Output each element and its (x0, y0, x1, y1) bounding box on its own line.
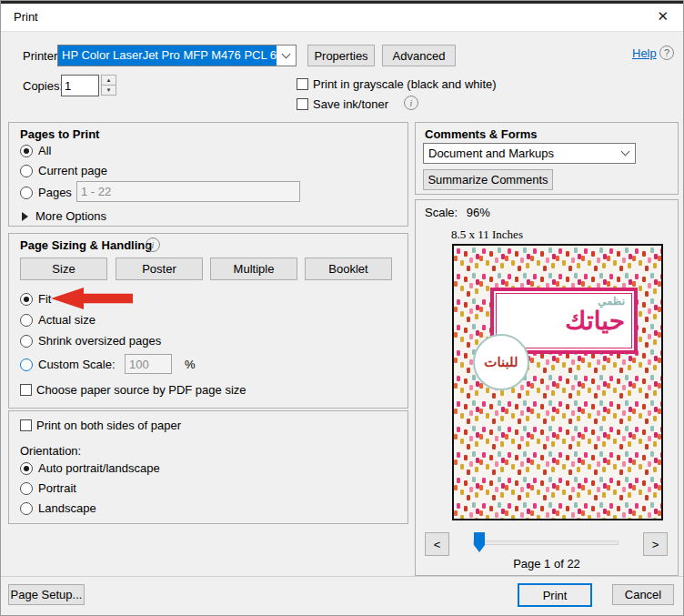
radio-fit-row[interactable]: Fit (20, 292, 51, 306)
scale-value: 96% (467, 206, 490, 219)
radio-custom-scale[interactable] (20, 358, 33, 371)
paper-source-checkbox[interactable] (20, 384, 32, 396)
radio-all-row[interactable]: All (20, 144, 51, 157)
comments-forms-dropdown[interactable]: Document and Markups (423, 143, 636, 164)
radio-pages-label: Pages (38, 186, 72, 199)
print-button[interactable]: Print (518, 583, 592, 607)
chevron-down-icon (277, 45, 296, 66)
radio-auto-orientation[interactable] (20, 462, 33, 475)
page-sizing-info-icon[interactable]: i (146, 237, 160, 252)
radio-landscape[interactable] (20, 502, 33, 515)
preview-page-thumbnail: نظمي حياتك للبنات (452, 244, 663, 520)
grayscale-checkbox-row[interactable]: Print in grayscale (black and white) (297, 77, 497, 91)
printer-dropdown-value: HP Color LaserJet Pro MFP M476 PCL 6 (58, 45, 277, 66)
radio-fit-label: Fit (38, 292, 51, 306)
properties-button[interactable]: Properties (307, 45, 375, 66)
radio-pages-row[interactable]: Pages (20, 186, 72, 199)
page-sizing-title: Page Sizing & Handling (20, 238, 152, 252)
radio-current-page[interactable] (20, 165, 33, 177)
page-slider-thumb[interactable] (474, 532, 485, 552)
custom-scale-input[interactable] (125, 354, 172, 374)
booklet-button[interactable]: Booklet (305, 258, 392, 280)
radio-fit[interactable] (20, 293, 33, 306)
more-options-row[interactable]: More Options (22, 209, 106, 223)
radio-all[interactable] (20, 145, 33, 157)
footer-divider (1, 576, 683, 577)
page-slider-track[interactable] (473, 540, 619, 545)
comments-forms-group: Comments & Forms Document and Markups Su… (415, 122, 679, 195)
summarize-comments-button[interactable]: Summarize Comments (423, 169, 553, 190)
copies-stepper: ▲ ▼ (101, 75, 116, 96)
both-sides-checkbox-row[interactable]: Print on both sides of paper (20, 419, 181, 432)
radio-custom-scale-label: Custom Scale: (38, 358, 116, 371)
multiple-button[interactable]: Multiple (210, 258, 297, 280)
poster-button[interactable]: Poster (116, 258, 203, 280)
copies-decrement-button[interactable]: ▼ (101, 85, 116, 96)
radio-actual-size-label: Actual size (38, 313, 96, 327)
radio-pages[interactable] (20, 187, 33, 199)
copies-input[interactable] (61, 75, 99, 96)
radio-all-label: All (38, 144, 51, 157)
radio-current-page-label: Current page (38, 164, 107, 177)
copies-label: Copies: (23, 79, 63, 93)
chevron-down-icon (616, 152, 635, 155)
percent-label: % (185, 358, 196, 371)
comments-forms-title: Comments & Forms (425, 127, 538, 141)
next-page-button[interactable]: > (643, 532, 668, 556)
preview-art-top-word: نظمي (503, 295, 625, 308)
radio-auto-orientation-row[interactable]: Auto portrait/landscape (20, 461, 160, 475)
preview-art-main-word: حياتك (503, 308, 625, 335)
radio-current-page-row[interactable]: Current page (20, 164, 107, 177)
preview-panel: Scale: 96% 8.5 x 11 Inches نظمي حياتك لل… (415, 199, 679, 576)
preview-art-circle: للبنات (473, 334, 529, 390)
paper-size-label: 8.5 x 11 Inches (451, 227, 523, 242)
page-indicator: Page 1 of 22 (416, 557, 678, 571)
previous-page-button[interactable]: < (425, 532, 449, 556)
radio-shrink[interactable] (20, 335, 33, 348)
radio-actual-size-row[interactable]: Actual size (20, 313, 96, 327)
grayscale-checkbox[interactable] (297, 78, 308, 90)
dialog-title: Print (14, 10, 38, 24)
close-icon[interactable]: ✕ (657, 8, 669, 25)
save-ink-checkbox-label: Save ink/toner (313, 97, 388, 111)
pages-to-print-group: Pages to Print All Current page Pages Mo… (8, 122, 408, 227)
size-button[interactable]: Size (20, 258, 107, 280)
advanced-button[interactable]: Advanced (382, 45, 456, 66)
radio-landscape-label: Landscape (38, 501, 96, 515)
print-dialog: Print ✕ Printer: HP Color LaserJet Pro M… (0, 0, 684, 616)
both-sides-checkbox-label: Print on both sides of paper (36, 419, 181, 432)
comments-forms-dropdown-value: Document and Markups (424, 146, 616, 160)
radio-shrink-row[interactable]: Shrink oversized pages (20, 334, 161, 348)
radio-shrink-label: Shrink oversized pages (38, 334, 161, 348)
more-options-triangle-icon (22, 212, 28, 221)
radio-portrait-row[interactable]: Portrait (20, 481, 76, 495)
scale-label: Scale: (425, 206, 458, 219)
paper-source-checkbox-label: Choose paper source by PDF page size (36, 383, 246, 397)
duplex-group: Print on both sides of paper Orientation… (8, 410, 408, 524)
orientation-label: Orientation: (20, 444, 81, 458)
title-bar: Print ✕ (1, 4, 683, 31)
cancel-button[interactable]: Cancel (612, 584, 674, 605)
paper-source-checkbox-row[interactable]: Choose paper source by PDF page size (20, 383, 246, 397)
save-ink-info-icon[interactable]: i (404, 96, 418, 110)
red-arrow-annotation (51, 288, 133, 309)
radio-actual-size[interactable] (20, 314, 33, 327)
grayscale-checkbox-label: Print in grayscale (black and white) (313, 77, 497, 91)
save-ink-checkbox-row[interactable]: Save ink/toner (297, 97, 388, 111)
save-ink-checkbox[interactable] (297, 98, 308, 110)
help-question-icon[interactable]: ? (659, 45, 674, 60)
radio-portrait[interactable] (20, 482, 33, 495)
more-options-label: More Options (35, 209, 106, 223)
both-sides-checkbox[interactable] (20, 419, 32, 431)
pages-range-input[interactable] (76, 181, 300, 202)
radio-portrait-label: Portrait (38, 481, 76, 495)
printer-dropdown[interactable]: HP Color LaserJet Pro MFP M476 PCL 6 (57, 45, 297, 66)
scale-row: Scale: 96% (425, 206, 490, 219)
radio-auto-orientation-label: Auto portrait/landscape (38, 461, 160, 475)
radio-custom-scale-row[interactable]: Custom Scale: (20, 358, 116, 371)
radio-landscape-row[interactable]: Landscape (20, 501, 96, 515)
pages-to-print-title: Pages to Print (20, 127, 99, 141)
printer-label: Printer: (23, 49, 61, 63)
page-setup-button[interactable]: Page Setup... (8, 584, 85, 605)
help-link[interactable]: Help (632, 46, 657, 60)
